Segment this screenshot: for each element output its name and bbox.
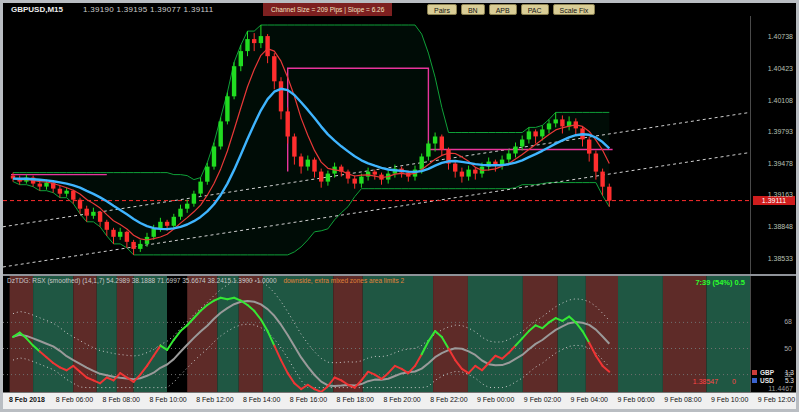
candle-body: [152, 229, 156, 237]
symbol-timeframe-label: GBPUSD,M15: [11, 5, 63, 14]
candle-body: [198, 182, 202, 194]
price-axis-label: 1.38533: [768, 255, 793, 262]
candle-body: [58, 189, 62, 194]
channel-info-text: Channel Size = 209 Pips | Slope = 6.26: [271, 6, 384, 13]
button-pairs[interactable]: Pairs: [427, 4, 457, 15]
price-axis-label: 1.40108: [768, 97, 793, 104]
price-axis[interactable]: 1.39111 1.407381.404231.401081.397931.39…: [750, 16, 796, 274]
candle-body: [473, 170, 477, 174]
candle-body: [205, 167, 209, 182]
candle-body: [111, 230, 115, 237]
strength-currency-label: GBP: [760, 369, 778, 376]
price-axis-label: 1.40738: [768, 33, 793, 40]
candle-body: [265, 36, 269, 56]
candle-body: [252, 39, 256, 43]
indicator-axis[interactable]: GBP1.3USD5.3 11.4467 685032: [750, 276, 796, 392]
time-axis-label: 9 Feb 06:00: [617, 396, 654, 403]
time-axis-label: 8 Feb 12:00: [196, 396, 233, 403]
candle-body: [272, 56, 276, 81]
indicator-zone: [523, 276, 558, 392]
time-axis-label: 8 Feb 08:00: [103, 396, 140, 403]
candle-body: [513, 147, 517, 154]
candle-body: [312, 160, 316, 172]
indicator-axis-label: 68: [784, 318, 792, 325]
candle-body: [453, 164, 457, 172]
indicator-zone: [73, 276, 96, 392]
button-bn[interactable]: BN: [461, 4, 485, 15]
candle-body: [131, 242, 135, 249]
time-axis-label: 8 Feb 10:00: [149, 396, 186, 403]
candle-body: [520, 140, 524, 147]
topbar-buttons: PairsBNAPBPACScale Fix: [427, 4, 595, 15]
candle-body: [466, 170, 470, 177]
time-axis-label: 8 Feb 2018: [9, 396, 45, 403]
indicator-axis-label: 50: [784, 345, 792, 352]
indicator-note: downside, extra mixed zones area limits …: [283, 277, 404, 284]
indicator-values: DzTDG: RSX (smoothed) (14,1,7) 54.2989 3…: [7, 277, 277, 284]
time-axis[interactable]: 8 Feb 20188 Feb 06:008 Feb 08:008 Feb 10…: [3, 392, 796, 409]
button-scale-fix[interactable]: Scale Fix: [553, 4, 596, 15]
candle-body: [433, 137, 437, 144]
chart-topbar: GBPUSD,M15 1.39190 1.39195 1.39077 1.391…: [3, 3, 796, 16]
candle-body: [507, 154, 511, 160]
strength-currency-label: USD: [760, 377, 778, 384]
price-axis-label: 1.38848: [768, 223, 793, 230]
candle-body: [225, 96, 229, 121]
candle-body: [353, 179, 357, 184]
candle-body: [44, 183, 48, 187]
candle-body: [533, 131, 537, 136]
candle-body: [607, 187, 611, 201]
candle-body: [286, 111, 290, 136]
mt4-chart-window: GBPUSD,M15 1.39190 1.39195 1.39077 1.391…: [0, 0, 799, 412]
candle-body: [560, 119, 564, 126]
candle-body: [64, 191, 68, 194]
candle-body: [178, 209, 182, 217]
candle-body: [85, 209, 89, 216]
candle-body: [594, 154, 598, 172]
candle-body: [366, 172, 370, 177]
time-axis-label: 9 Feb 12:00: [758, 396, 795, 403]
price-axis-label: 1.40423: [768, 65, 793, 72]
time-axis-label: 8 Feb 18:00: [337, 396, 374, 403]
candle-body: [547, 123, 551, 129]
candle-body: [138, 244, 142, 249]
alert-price-row: 1.38547 0: [693, 378, 736, 385]
candle-body: [245, 39, 249, 51]
time-axis-label: 8 Feb 14:00: [243, 396, 280, 403]
rsi-line-segment: [221, 298, 228, 299]
candle-body: [587, 140, 591, 154]
indicator-panel: DzTDG: RSX (smoothed) (14,1,7) 54.2989 3…: [3, 276, 750, 392]
time-axis-label: 9 Feb 02:00: [524, 396, 561, 403]
candle-body: [219, 121, 223, 146]
indicator-axis-bottom-value: 11.4467: [768, 385, 793, 392]
button-apb[interactable]: APB: [489, 4, 517, 15]
candle-body: [239, 51, 243, 66]
price-chart-canvas[interactable]: [3, 16, 750, 274]
price-axis-label: 1.39793: [768, 128, 793, 135]
rsi-line-segment: [227, 298, 234, 299]
candle-body: [125, 232, 129, 242]
button-pac[interactable]: PAC: [521, 4, 549, 15]
time-axis-label: 9 Feb 00:00: [477, 396, 514, 403]
price-chart-area[interactable]: [3, 16, 750, 274]
candle-body: [460, 172, 464, 177]
candle-body: [185, 204, 189, 209]
channel-fill: [13, 25, 609, 255]
alert-price-value: 1.38547: [693, 378, 718, 385]
ohlc-values: 1.39190 1.39195 1.39077 1.39111: [83, 5, 213, 14]
indicator-axis-label: 32: [784, 371, 792, 378]
time-axis-label: 8 Feb 22:00: [430, 396, 467, 403]
candle-body: [540, 129, 544, 136]
usd-flag-icon: [752, 378, 757, 383]
candle-body: [71, 191, 75, 200]
candle-body: [118, 232, 122, 237]
candle-body: [299, 157, 303, 167]
candle-body: [105, 222, 109, 230]
candle-body: [232, 66, 236, 96]
candle-body: [600, 172, 604, 187]
candle-body: [172, 217, 176, 226]
candle-body: [440, 137, 444, 150]
candle-body: [192, 194, 196, 204]
rsi-indicator-canvas[interactable]: [3, 276, 750, 392]
time-axis-label: 8 Feb 16:00: [290, 396, 327, 403]
